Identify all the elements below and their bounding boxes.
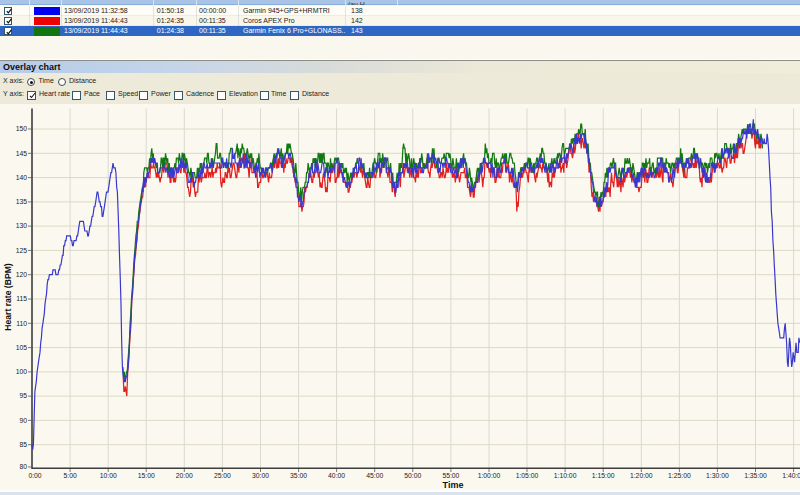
svg-text:110: 110 (16, 320, 27, 327)
svg-text:140: 140 (16, 174, 28, 181)
svg-text:145: 145 (16, 150, 28, 157)
svg-text:1:20:00: 1:20:00 (630, 472, 653, 479)
svg-text:1:05:00: 1:05:00 (516, 472, 539, 479)
svg-text:120: 120 (16, 271, 28, 278)
svg-text:5:00: 5:00 (63, 472, 76, 479)
svg-text:10:00: 10:00 (100, 472, 117, 479)
svg-text:20:00: 20:00 (176, 472, 193, 479)
svg-text:95: 95 (19, 392, 27, 399)
svg-text:1:30:00: 1:30:00 (706, 472, 729, 479)
svg-text:25:00: 25:00 (214, 472, 231, 479)
svg-text:0:00: 0:00 (28, 472, 41, 479)
svg-text:100: 100 (16, 368, 28, 375)
svg-text:90: 90 (19, 417, 27, 424)
svg-text:1:00:00: 1:00:00 (478, 472, 501, 479)
svg-text:115: 115 (16, 295, 27, 302)
svg-text:15:00: 15:00 (138, 472, 155, 479)
svg-text:1:10:00: 1:10:00 (554, 472, 577, 479)
svg-text:40:00: 40:00 (328, 472, 345, 479)
svg-text:135: 135 (16, 198, 28, 205)
svg-text:105: 105 (16, 344, 28, 351)
svg-text:1:35:00: 1:35:00 (744, 472, 767, 479)
svg-text:1:40:00: 1:40:00 (782, 472, 800, 479)
svg-text:55:00: 55:00 (442, 472, 459, 479)
svg-text:80: 80 (19, 463, 27, 470)
svg-text:Time: Time (443, 480, 464, 490)
svg-text:50:00: 50:00 (404, 472, 421, 479)
svg-text:1:15:00: 1:15:00 (592, 472, 615, 479)
svg-text:45:00: 45:00 (366, 472, 383, 479)
svg-text:85: 85 (19, 441, 27, 448)
svg-text:125: 125 (16, 247, 28, 254)
svg-text:35:00: 35:00 (290, 472, 307, 479)
svg-text:1:25:00: 1:25:00 (668, 472, 691, 479)
svg-text:130: 130 (16, 222, 28, 229)
svg-text:30:00: 30:00 (252, 472, 269, 479)
svg-text:Heart rate (BPM): Heart rate (BPM) (3, 263, 13, 330)
svg-text:150: 150 (16, 125, 28, 132)
